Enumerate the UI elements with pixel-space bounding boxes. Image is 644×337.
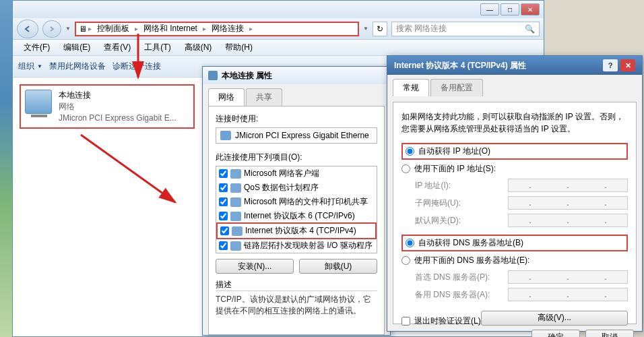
refresh-button[interactable]: ↻ (373, 22, 387, 36)
item-label: Internet 协议版本 4 (TCP/IPv4) (245, 225, 356, 237)
crumb-control-panel[interactable]: 控制面板 (93, 23, 133, 34)
tab-general[interactable]: 常规 (393, 79, 429, 96)
back-button[interactable] (17, 20, 38, 38)
list-item-ipv4[interactable]: Internet 协议版本 4 (TCP/IPv4) (216, 222, 377, 239)
list-item[interactable]: 链路层拓扑发现映射器 I/O 驱动程序 (216, 239, 377, 253)
field-label: 备用 DNS 服务器(A): (415, 289, 503, 301)
crumb-network-internet[interactable]: 网络和 Internet (139, 23, 201, 34)
protocol-list[interactable]: Microsoft 网络客户端 QoS 数据包计划程序 Microsoft 网络… (216, 166, 377, 253)
list-item[interactable]: Microsoft 网络客户端 (216, 166, 377, 181)
description-text: TCP/IP。该协议是默认的广域网络协议，它提供在不同的相互连接的网络上的通讯。 (216, 290, 377, 317)
menu-bar: 文件(F) 编辑(E) 查看(V) 工具(T) 高级(N) 帮助(H) (13, 40, 544, 56)
field-label: 子网掩码(U): (415, 197, 503, 209)
menu-edit[interactable]: 编辑(E) (58, 40, 96, 55)
item-checkbox[interactable] (219, 169, 228, 178)
window-titlebar: — □ ✕ (13, 1, 544, 18)
radio-label: 使用下面的 DNS 服务器地址(E): (414, 255, 529, 266)
item-checkbox[interactable] (219, 212, 228, 220)
ip-input: ... (508, 179, 628, 192)
description-label: 描述 (216, 279, 377, 290)
list-item[interactable]: QoS 数据包计划程序 (216, 181, 377, 195)
connection-item-local[interactable]: 本地连接 网络 JMicron PCI Express Gigabit E... (20, 84, 195, 129)
radio-input[interactable] (406, 147, 414, 156)
maximize-button[interactable]: □ (501, 3, 519, 16)
search-placeholder: 搜索 网络连接 (396, 23, 447, 34)
list-item[interactable]: Internet 协议版本 6 (TCP/IPv6) (216, 209, 377, 223)
menu-file[interactable]: 文件(F) (18, 40, 55, 55)
refresh-icon: ↻ (377, 24, 383, 34)
uninstall-button[interactable]: 卸载(U) (299, 259, 377, 274)
gateway-field: 默认网关(D): ... (401, 212, 628, 229)
diagnose-button[interactable]: 诊断这个连接 (112, 61, 161, 72)
radio-input[interactable] (401, 164, 410, 173)
minimize-button[interactable]: — (480, 3, 499, 16)
ip-input: ... (508, 288, 628, 301)
tab-network[interactable]: 网络 (208, 88, 245, 106)
organize-button[interactable]: 组织 ▼ (18, 61, 42, 72)
info-text: 如果网络支持此功能，则可以获取自动指派的 IP 设置。否则，您需要从网络系统管理… (401, 111, 628, 135)
subnet-mask-field: 子网掩码(U): ... (401, 194, 628, 212)
network-icon (208, 71, 218, 80)
chevron-right-icon: ▸ (135, 25, 138, 32)
tab-sharing[interactable]: 共享 (246, 88, 282, 106)
radio-manual-dns[interactable]: 使用下面的 DNS 服务器地址(E): (401, 253, 628, 268)
validate-checkbox[interactable] (401, 317, 410, 326)
item-checkbox[interactable] (219, 197, 228, 206)
radio-input[interactable] (401, 256, 410, 265)
item-checkbox[interactable] (219, 241, 228, 250)
connection-text: 本地连接 网络 JMicron PCI Express Gigabit E... (59, 90, 176, 123)
device-name: JMicron PCI Express Gigabit Etherne (235, 131, 369, 140)
validate-checkbox-row[interactable]: 退出时验证设置(L) (401, 315, 481, 327)
radio-label: 自动获得 IP 地址(O) (418, 146, 490, 157)
validate-label: 退出时验证设置(L) (414, 315, 481, 327)
chevron-right-icon: ▸ (203, 25, 206, 32)
item-label: Microsoft 网络的文件和打印机共享 (244, 196, 368, 208)
menu-help[interactable]: 帮助(H) (220, 40, 258, 55)
menu-advanced[interactable]: 高级(N) (179, 40, 218, 55)
device-box: JMicron PCI Express Gigabit Etherne (216, 127, 377, 144)
radio-label: 自动获得 DNS 服务器地址(B) (418, 237, 523, 249)
ip-input: ... (508, 196, 628, 210)
radio-auto-ip[interactable]: 自动获得 IP 地址(O) (401, 143, 628, 160)
install-button[interactable]: 安装(N)... (216, 259, 294, 274)
radio-manual-ip[interactable]: 使用下面的 IP 地址(S): (401, 161, 628, 177)
cancel-button[interactable]: 取消 (585, 330, 634, 337)
protocol-icon (230, 197, 241, 207)
search-input[interactable]: 搜索 网络连接 🔍 (391, 22, 540, 36)
dialog-titlebar: 本地连接 属性 (203, 67, 390, 84)
arrow-right-icon (48, 25, 56, 33)
crumb-network-connections[interactable]: 网络连接 (207, 23, 248, 34)
protocol-icon (230, 169, 241, 179)
disable-device-button[interactable]: 禁用此网络设备 (49, 61, 106, 72)
organize-label: 组织 (18, 61, 34, 72)
navigation-row: ▼ 🖥 ▸ 控制面板 ▸ 网络和 Internet ▸ 网络连接 ▸ ▼ ↻ 搜… (13, 18, 544, 40)
alternate-dns-field: 备用 DNS 服务器(A): ... (401, 286, 628, 303)
advanced-button[interactable]: 高级(V)... (481, 311, 628, 326)
ok-button[interactable]: 确定 (532, 330, 580, 337)
menu-tools[interactable]: 工具(T) (139, 40, 176, 55)
forward-button[interactable] (42, 20, 61, 38)
tab-alternate[interactable]: 备用配置 (430, 79, 483, 96)
ipv4-titlebar: Internet 协议版本 4 (TCP/IPv4) 属性 ? ✕ (387, 56, 642, 75)
arrow-left-icon (23, 24, 32, 34)
ip-input: ... (508, 270, 628, 284)
radio-auto-dns[interactable]: 自动获得 DNS 服务器地址(B) (401, 235, 628, 251)
help-button[interactable]: ? (603, 59, 618, 71)
field-label: 默认网关(D): (415, 215, 503, 226)
connect-using-label: 连接时使用: (216, 113, 377, 125)
breadcrumb[interactable]: 🖥 ▸ 控制面板 ▸ 网络和 Internet ▸ 网络连接 ▸ (75, 22, 359, 36)
dialog-body: 连接时使用: JMicron PCI Express Gigabit Ether… (208, 106, 385, 335)
list-item[interactable]: 链路层拓扑发现响应程序 (216, 253, 377, 253)
close-button[interactable]: ✕ (521, 3, 540, 16)
local-connection-properties-dialog: 本地连接 属性 网络 共享 连接时使用: JMicron PCI Express… (202, 66, 391, 336)
network-adapter-icon (25, 90, 52, 114)
list-item[interactable]: Microsoft 网络的文件和打印机共享 (216, 195, 377, 209)
protocol-icon (230, 241, 241, 251)
radio-input[interactable] (406, 239, 414, 247)
menu-view[interactable]: 查看(V) (98, 40, 136, 55)
close-button[interactable]: ✕ (620, 59, 635, 71)
protocol-icon (230, 212, 241, 221)
item-checkbox[interactable] (219, 183, 228, 192)
connection-name: 本地连接 (59, 90, 176, 101)
item-checkbox[interactable] (220, 226, 229, 235)
